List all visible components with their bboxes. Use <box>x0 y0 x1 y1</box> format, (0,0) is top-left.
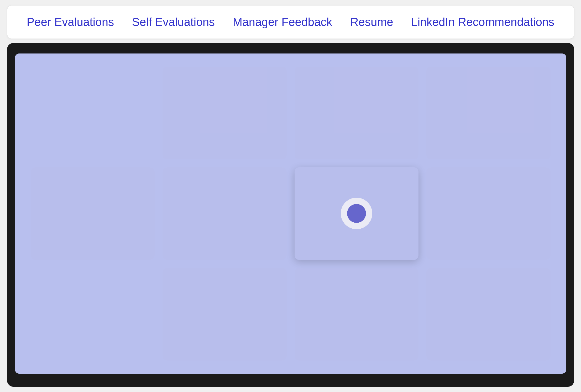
card-r3c3 <box>295 268 419 361</box>
card-r2c1 <box>31 167 155 260</box>
tab-navigation: Peer Evaluations Self Evaluations Manage… <box>7 5 574 39</box>
card-r3c4 <box>426 268 551 361</box>
device-frame <box>7 43 574 387</box>
card-r1c2 <box>163 67 287 159</box>
card-r2c2 <box>163 167 287 260</box>
card-r1c4 <box>426 67 551 159</box>
tab-peer-evaluations[interactable]: Peer Evaluations <box>22 13 119 31</box>
card-r1c3 <box>295 67 419 159</box>
card-r2c4 <box>426 167 551 260</box>
device-screen <box>15 53 566 374</box>
tab-resume[interactable]: Resume <box>345 13 399 31</box>
tab-linkedin-recommendations[interactable]: LinkedIn Recommendations <box>406 13 559 31</box>
card-center-dot <box>347 204 366 223</box>
tab-manager-feedback[interactable]: Manager Feedback <box>227 13 337 31</box>
card-center-ring <box>341 198 372 229</box>
card-grid <box>31 67 551 361</box>
card-r3c2 <box>163 268 287 361</box>
tab-self-evaluations[interactable]: Self Evaluations <box>127 13 220 31</box>
card-center[interactable] <box>295 167 419 260</box>
